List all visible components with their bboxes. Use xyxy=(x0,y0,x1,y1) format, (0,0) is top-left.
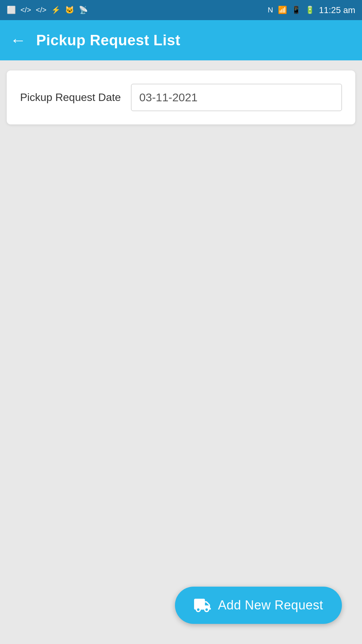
status-time: 11:25 am xyxy=(319,5,355,15)
status-bar-right: N 📶 📱 🔋 11:25 am xyxy=(268,5,355,15)
usb-icon: ⚡ xyxy=(51,6,60,14)
battery-icon: 🔋 xyxy=(305,6,314,14)
monitor-icon: ⬜ xyxy=(7,6,16,14)
date-input[interactable] xyxy=(131,84,342,111)
add-new-request-button[interactable]: Add New Request xyxy=(175,587,342,624)
content-area xyxy=(7,124,355,527)
code-icon: </> xyxy=(20,6,31,14)
truck-icon xyxy=(194,599,211,612)
back-button[interactable]: ← xyxy=(10,32,26,48)
nfc-icon: N xyxy=(268,6,273,14)
signal-icon: 📱 xyxy=(292,6,301,14)
main-content: Pickup Request Date xyxy=(0,60,362,537)
wifi-icon: 📶 xyxy=(278,6,287,14)
filter-card: Pickup Request Date xyxy=(7,70,355,124)
fab-label: Add New Request xyxy=(218,598,323,612)
code-icon2: </> xyxy=(36,6,47,14)
antenna-icon: 📡 xyxy=(79,6,88,14)
page-title: Pickup Request List xyxy=(36,32,180,49)
status-bar: ⬜ </> </> ⚡ 🐱 📡 N 📶 📱 🔋 11:25 am xyxy=(0,0,362,20)
app-bar: ← Pickup Request List xyxy=(0,20,362,60)
status-bar-left: ⬜ </> </> ⚡ 🐱 📡 xyxy=(7,6,88,14)
cat-icon: 🐱 xyxy=(65,6,74,14)
filter-label: Pickup Request Date xyxy=(20,91,121,104)
date-input-wrapper xyxy=(131,84,342,111)
